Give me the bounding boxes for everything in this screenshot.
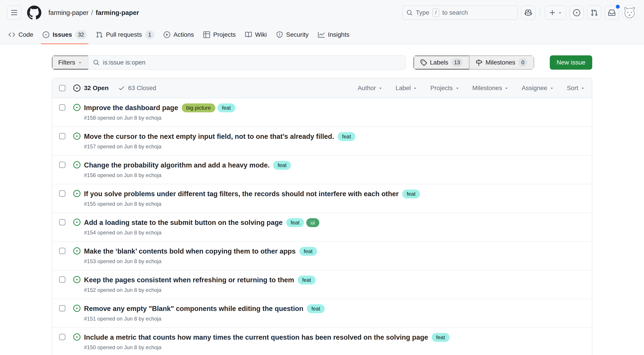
tab-icon xyxy=(43,31,49,38)
tag-icon xyxy=(420,59,427,66)
tab-issues[interactable]: Issues 32 xyxy=(39,25,91,44)
tab-code[interactable]: Code xyxy=(4,25,37,44)
issue-title-link[interactable]: Include a metric that counts how many ti… xyxy=(84,332,428,343)
issue-main: Remove any empty "Blank" components whil… xyxy=(84,303,585,322)
tab-security[interactable]: Security xyxy=(272,25,313,44)
issue-title-link[interactable]: Improve the dashboard page xyxy=(84,103,178,113)
issue-row: Improve the dashboard page big picturefe… xyxy=(52,98,592,127)
issue-checkbox[interactable] xyxy=(59,334,65,340)
issue-title-link[interactable]: Move the cursor to the next empty input … xyxy=(84,131,334,142)
tab-projects[interactable]: Projects xyxy=(199,25,240,44)
issue-label-badge[interactable]: feat xyxy=(298,276,316,284)
issue-label-badge[interactable]: feat xyxy=(218,103,235,112)
issue-label-badge[interactable]: feat xyxy=(402,190,420,198)
issue-main: Improve the dashboard page big picturefe… xyxy=(84,103,585,121)
issue-main: Keep the pages consistent when refreshin… xyxy=(84,275,585,293)
sort-dropdown[interactable]: Sort xyxy=(567,85,585,92)
your-issues-button[interactable] xyxy=(570,6,584,20)
issue-label-badge[interactable]: feat xyxy=(432,333,450,342)
issue-title-link[interactable]: Change the probability algorithm and add… xyxy=(84,160,270,171)
breadcrumb-owner[interactable]: farming-paper xyxy=(48,9,89,17)
issue-checkbox[interactable] xyxy=(59,248,65,254)
tab-wiki[interactable]: Wiki xyxy=(241,25,271,44)
issue-row: Change the probability algorithm and add… xyxy=(52,155,592,184)
issue-label-badge[interactable]: feat xyxy=(273,161,291,170)
tab-pull-requests[interactable]: Pull requests 1 xyxy=(92,25,158,44)
chevron-down-icon xyxy=(504,86,509,90)
issue-main: Include a metric that counts how many ti… xyxy=(84,332,585,351)
plus-icon xyxy=(549,9,556,16)
issue-checkbox[interactable] xyxy=(59,219,65,225)
tab-label: Security xyxy=(286,31,309,38)
open-count-label: 32 Open xyxy=(84,85,108,92)
issue-label-badge[interactable]: ui xyxy=(306,218,319,227)
issue-checkbox[interactable] xyxy=(59,104,65,111)
issue-labels: featui xyxy=(286,218,319,227)
dropdown-label: Author xyxy=(358,85,376,92)
hamburger-button[interactable] xyxy=(7,6,21,20)
issue-title-link[interactable]: Make the ‘blank’ contents bold when copy… xyxy=(84,246,296,257)
breadcrumb-repo[interactable]: farming-paper xyxy=(96,9,139,17)
issue-labels: feat xyxy=(299,247,317,256)
issue-label-badge[interactable]: feat xyxy=(286,218,304,227)
issue-title-link[interactable]: Remove any empty "Blank" components whil… xyxy=(84,303,303,314)
milestones-count: 0 xyxy=(518,58,527,67)
tab-icon xyxy=(318,31,325,38)
issue-title-link[interactable]: Add a loading state to the submit button… xyxy=(84,217,283,228)
issues-search-input[interactable]: is:issue is:open xyxy=(88,56,406,69)
issues-list-header: 32 Open 63 Closed Author Label Projects … xyxy=(52,78,592,98)
issue-checkbox[interactable] xyxy=(59,190,65,197)
issue-main: Move the cursor to the next empty input … xyxy=(84,131,585,150)
milestones-button[interactable]: Milestones 0 xyxy=(469,56,534,69)
avatar[interactable] xyxy=(622,5,637,20)
issue-main: If you solve problems under different ta… xyxy=(84,189,585,207)
author-dropdown[interactable]: Author xyxy=(358,85,383,92)
dropdown-label: Assignee xyxy=(522,85,547,92)
issue-opened-icon xyxy=(73,247,80,265)
assignee-dropdown[interactable]: Assignee xyxy=(522,85,554,92)
tab-insights[interactable]: Insights xyxy=(314,25,354,44)
issue-label-badge[interactable]: feat xyxy=(299,247,317,256)
chevron-down-icon xyxy=(378,86,383,90)
search-icon xyxy=(93,59,99,66)
tab-label: Actions xyxy=(174,31,194,38)
labels-button[interactable]: Labels 13 xyxy=(414,56,469,69)
slash-key-hint: / xyxy=(432,9,439,17)
label-dropdown[interactable]: Label xyxy=(396,85,418,92)
issue-checkbox[interactable] xyxy=(59,305,65,311)
issue-opened-icon xyxy=(73,333,80,351)
issue-title-link[interactable]: If you solve problems under different ta… xyxy=(84,189,399,199)
select-all-checkbox[interactable] xyxy=(59,85,65,91)
new-issue-button[interactable]: New issue xyxy=(550,55,592,70)
copilot-button[interactable] xyxy=(521,6,535,20)
issue-label-badge[interactable]: big picture xyxy=(182,103,215,112)
global-search-input[interactable]: Type / to search xyxy=(402,6,518,20)
github-logo[interactable] xyxy=(27,6,41,20)
closed-issues-toggle[interactable]: 63 Closed xyxy=(118,85,156,92)
tab-icon xyxy=(245,31,252,38)
state-toggle: 32 Open 63 Closed xyxy=(73,85,156,92)
open-issues-toggle[interactable]: 32 Open xyxy=(73,85,108,92)
issue-label-badge[interactable]: feat xyxy=(338,132,355,141)
issue-row: Add a loading state to the submit button… xyxy=(52,213,592,241)
issue-meta: #153 opened on Jun 8 by echoja xyxy=(84,258,585,265)
tab-count-badge: 1 xyxy=(145,30,154,39)
filters-dropdown[interactable]: Filters xyxy=(52,56,88,69)
dropdown-label: Projects xyxy=(430,85,453,92)
hamburger-icon xyxy=(11,9,18,16)
header-divider xyxy=(540,8,540,17)
breadcrumb-separator: / xyxy=(91,9,93,17)
tab-icon xyxy=(203,31,210,38)
issue-label-badge[interactable]: feat xyxy=(307,304,325,313)
issue-meta: #156 opened on Jun 8 by echoja xyxy=(84,172,585,179)
projects-dropdown[interactable]: Projects xyxy=(430,85,459,92)
tab-actions[interactable]: Actions xyxy=(160,25,198,44)
issue-checkbox[interactable] xyxy=(59,162,65,168)
issue-title-link[interactable]: Keep the pages consistent when refreshin… xyxy=(84,275,294,285)
chevron-down-icon xyxy=(455,86,460,90)
create-new-button[interactable] xyxy=(545,6,566,20)
your-pull-requests-button[interactable] xyxy=(587,6,601,20)
issue-checkbox[interactable] xyxy=(59,133,65,139)
milestones-dropdown[interactable]: Milestones xyxy=(472,85,509,92)
issue-checkbox[interactable] xyxy=(59,276,65,283)
